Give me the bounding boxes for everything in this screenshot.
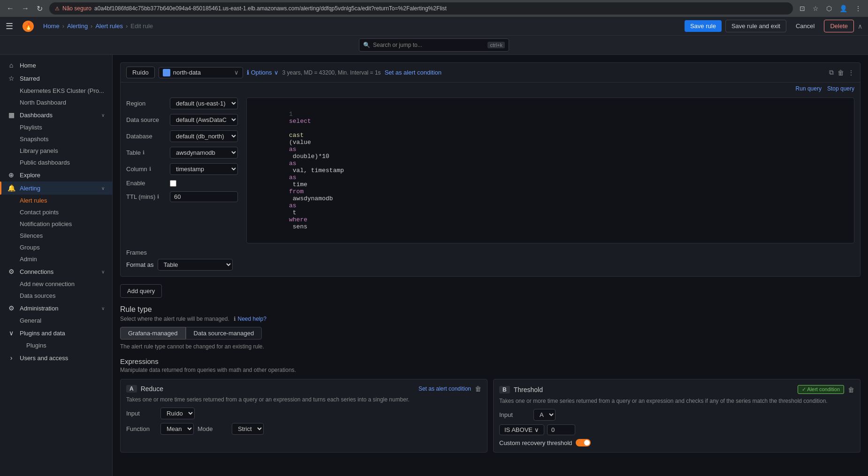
set-alert-condition-link[interactable]: Set as alert condition [385, 69, 442, 76]
collapse-button[interactable]: ∧ [858, 23, 862, 30]
enable-checkbox[interactable] [170, 180, 176, 187]
sidebar-item-data-sources[interactable]: Data sources [0, 290, 112, 302]
sidebar-item-explore[interactable]: ⊕ Explore [0, 168, 112, 181]
sidebar-item-playlists[interactable]: Playlists [0, 121, 112, 133]
sidebar-item-silences[interactable]: Silences [0, 230, 112, 242]
region-select[interactable]: default (us-east-1) [170, 98, 238, 109]
more-button[interactable]: ⋮ [852, 3, 864, 14]
browser-navigation[interactable]: ← → ↻ [4, 2, 46, 15]
expression-a-type: Reduce [141, 385, 415, 393]
sidebar-item-administration[interactable]: ⚙ Administration ∨ [0, 302, 112, 315]
sidebar-item-users-access[interactable]: › Users and access [0, 351, 112, 364]
set-alert-condition-a-link[interactable]: Set as alert condition [419, 385, 471, 392]
delete-button[interactable]: Delete [824, 20, 854, 32]
sidebar: ⌂ Home ☆ Starred Kubernetes EKS Cluster … [0, 55, 113, 476]
ttl-input[interactable] [170, 191, 238, 202]
sidebar-item-home[interactable]: ⌂ Home [0, 59, 112, 72]
sidebar-label-administration: Administration [20, 305, 58, 312]
sidebar-item-north-dashboard[interactable]: North Dashboard [0, 97, 112, 108]
need-help-link[interactable]: Need help? [237, 316, 266, 322]
profile-button[interactable]: 👤 [837, 3, 850, 14]
sidebar-item-public-dashboards[interactable]: Public dashboards [0, 157, 112, 168]
save-rule-button[interactable]: Save rule [685, 20, 722, 32]
breadcrumb-alert-rules[interactable]: Alert rules [95, 23, 123, 30]
expression-a-input-select[interactable]: Ruído [160, 408, 195, 419]
refresh-button[interactable]: ↻ [34, 2, 46, 15]
copy-query-button[interactable]: ⧉ [829, 68, 834, 76]
rule-type-section: Rule type Select where the alert rule wi… [120, 305, 860, 350]
threshold-input[interactable] [547, 424, 575, 435]
search-placeholder: Search or jump to... [373, 42, 422, 48]
forward-button[interactable]: → [19, 2, 32, 15]
extensions-button[interactable]: ⬡ [823, 3, 835, 14]
custom-recovery-toggle[interactable] [576, 439, 591, 446]
delete-expression-a-button[interactable]: 🗑 [475, 385, 481, 393]
query-meta: 3 years, MD = 43200, Min. Interval = 1s [282, 69, 381, 76]
save-and-exit-button[interactable]: Save rule and exit [725, 20, 786, 32]
explore-icon: ⊕ [8, 171, 15, 179]
add-query-button[interactable]: Add query [120, 284, 162, 298]
browser-actions[interactable]: ⊡ ☆ ⬡ 👤 ⋮ [797, 3, 864, 14]
table-label-wrap: Table ℹ [126, 149, 166, 156]
sidebar-item-add-connection[interactable]: Add new connection [0, 278, 112, 290]
more-query-button[interactable]: ⋮ [848, 68, 854, 76]
options-chevron-icon: ∨ [274, 69, 279, 76]
format-as-row: Format as Table [126, 259, 854, 271]
stop-query-button[interactable]: Stop query [827, 85, 854, 92]
run-query-button[interactable]: Run query [796, 85, 822, 92]
grafana-managed-button[interactable]: Grafana-managed [120, 327, 186, 340]
breadcrumb-alerting[interactable]: Alerting [67, 23, 88, 30]
sidebar-item-groups[interactable]: Groups [0, 242, 112, 253]
sidebar-item-general[interactable]: General [0, 315, 112, 326]
back-button[interactable]: ← [4, 2, 17, 15]
address-bar[interactable]: ⚠ Não seguro a0a4bf1086fd84c75bb377b640e… [49, 2, 793, 15]
sidebar-item-library-panels[interactable]: Library panels [0, 145, 112, 157]
table-select[interactable]: awsdynamodb [170, 147, 238, 159]
delete-query-button[interactable]: 🗑 [838, 68, 844, 76]
sidebar-item-notification-policies[interactable]: Notification policies [0, 218, 112, 230]
custom-recovery-label: Custom recovery threshold [499, 439, 572, 446]
datasource-managed-button[interactable]: Data source-managed [186, 327, 262, 340]
sidebar-item-plugins-data[interactable]: ∨ Plugins and data [0, 326, 112, 340]
expression-a-function-select[interactable]: Mean [160, 423, 194, 435]
delete-expression-b-button[interactable]: 🗑 [848, 386, 854, 393]
sidebar-item-contact-points[interactable]: Contact points [0, 206, 112, 218]
sidebar-item-admin[interactable]: Admin [0, 253, 112, 265]
search-bar[interactable]: 🔍 Search or jump to... ctrl+k [359, 38, 509, 52]
column-row: Column ℹ timestamp [126, 163, 239, 175]
sidebar-item-starred[interactable]: ☆ Starred [0, 72, 112, 85]
sidebar-item-plugins[interactable]: Plugins [0, 340, 112, 351]
expression-a-mode-select[interactable]: Strict [232, 423, 264, 435]
datasource-selector[interactable]: north-data ∨ [159, 67, 243, 78]
sidebar-item-kubernetes[interactable]: Kubernetes EKS Cluster (Pro... [0, 85, 112, 97]
not-secure-label: Não seguro [62, 5, 91, 12]
frames-label: Frames [126, 249, 854, 256]
app-bar: ☰ 🔥 Home › Alerting › Alert rules › Edit… [0, 17, 868, 36]
menu-toggle[interactable]: ☰ [6, 21, 13, 31]
format-as-select[interactable]: Table [158, 259, 233, 271]
breadcrumb-home[interactable]: Home [43, 23, 60, 30]
sidebar-item-dashboards[interactable]: ▦ Dashboards ∨ [0, 108, 112, 121]
options-button[interactable]: ℹ Options ∨ [247, 69, 279, 76]
column-select[interactable]: timestamp [170, 163, 238, 175]
expressions-title: Expressions [120, 357, 860, 365]
expression-a-function-row: Function Mean Mode Strict [126, 423, 481, 435]
sql-editor[interactable]: 1 select cast (value as double)*10 as va… [246, 98, 854, 243]
is-above-button[interactable]: IS ABOVE ∨ [499, 424, 544, 435]
sidebar-item-alert-rules[interactable]: Alert rules [0, 195, 112, 206]
expression-a-header: A Reduce Set as alert condition 🗑 [126, 385, 481, 393]
bookmark-button[interactable]: ☆ [810, 3, 822, 14]
sidebar-item-snapshots[interactable]: Snapshots [0, 133, 112, 145]
datasource-select[interactable]: default (AwsDataCa...) [170, 114, 238, 126]
cancel-button[interactable]: Cancel [790, 20, 820, 32]
sidebar-item-connections[interactable]: ⚙ Connections ∨ [0, 265, 112, 278]
expression-b-type: Threshold [514, 386, 794, 393]
grafana-logo-icon: 🔥 [23, 21, 34, 32]
expression-b-input-select[interactable]: A [533, 409, 556, 421]
expression-card-b: B Threshold ✓ Alert condition 🗑 Takes on… [493, 379, 860, 453]
sidebar-item-alerting[interactable]: 🔔 Alerting ∨ [0, 181, 112, 195]
cast-button[interactable]: ⊡ [797, 3, 808, 14]
database-select[interactable]: default (db_north) [170, 130, 238, 142]
query-tab[interactable]: Ruído [126, 67, 155, 78]
expression-b-input-row: Input A [499, 409, 854, 421]
